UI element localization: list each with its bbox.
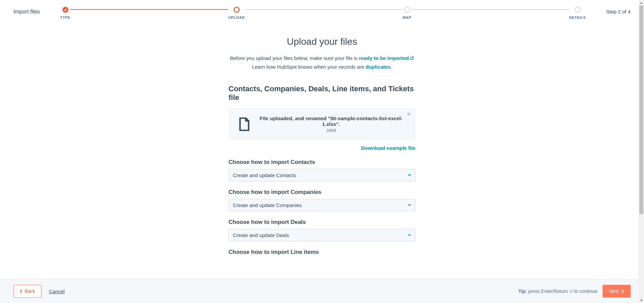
uploaded-file-card: File uploaded, and renamed "50-sample-co… <box>228 108 416 140</box>
file-status-text: File uploaded, and renamed "50-sample-co… <box>257 115 405 127</box>
section-heading: Contacts, Companies, Deals, Line items, … <box>228 85 416 102</box>
deals-select-value: Create and update Deals <box>233 232 289 238</box>
deals-import-label: Choose how to import Deals <box>228 219 416 226</box>
remove-file-button[interactable]: ✕ <box>407 111 411 117</box>
contacts-select-value: Create and update Contacts <box>233 172 296 178</box>
check-icon <box>64 8 67 11</box>
step-upload-label: UPLOAD <box>228 15 245 20</box>
step-map-circle <box>404 7 410 13</box>
scroll-up-arrow[interactable] <box>640 1 643 4</box>
progress-line-2 <box>245 9 403 10</box>
chevron-left-icon <box>20 289 23 293</box>
tip-label: Tip: <box>518 289 527 294</box>
companies-select-value: Create and update Companies <box>233 202 302 208</box>
contacts-import-select[interactable]: Create and update Contacts <box>228 169 416 181</box>
companies-import-label: Choose how to import Companies <box>228 189 416 196</box>
chevron-down-icon <box>408 204 411 206</box>
deals-import-select[interactable]: Create and update Deals <box>228 229 416 241</box>
page-breadcrumb: Import files <box>13 9 40 15</box>
chevron-down-icon <box>408 174 411 176</box>
footer-tip: Tip: press Enter/Return ⏎ to continue <box>518 289 597 294</box>
ready-to-import-link[interactable]: ready to be imported <box>359 55 414 61</box>
cancel-button[interactable]: Cancel <box>49 289 65 294</box>
step-details-circle <box>575 7 581 13</box>
external-link-icon <box>410 56 414 60</box>
step-type-label: TYPE <box>60 15 70 20</box>
step-details-label: DETAILS <box>569 15 586 20</box>
chevron-right-icon <box>621 289 624 293</box>
intro-line2: Learn how HubSpot knows when your record… <box>252 64 366 70</box>
chevron-down-icon <box>408 234 411 236</box>
back-button-label: Back <box>25 289 35 294</box>
companies-import-select[interactable]: Create and update Companies <box>228 199 416 211</box>
next-button[interactable]: Next <box>603 285 631 296</box>
step-upload-circle <box>234 7 240 13</box>
intro-before: Before you upload your files below, make… <box>230 55 359 61</box>
progress-line-3 <box>411 9 569 10</box>
scrollbar[interactable] <box>639 0 644 296</box>
progress-stepper: TYPE UPLOAD MAP DETAILS <box>60 7 586 20</box>
lineitems-import-label: Choose how to import Line items <box>228 249 416 256</box>
page-heading: Upload your files <box>228 36 416 47</box>
intro-text: Before you upload your files below, make… <box>228 54 416 71</box>
download-example-link[interactable]: Download example file <box>228 145 416 151</box>
return-icon: ⏎ <box>569 289 573 294</box>
step-type-circle <box>62 7 68 13</box>
next-button-label: Next <box>609 289 619 294</box>
step-counter: Step 2 of 4 <box>606 9 631 14</box>
scrollbar-thumb[interactable] <box>639 5 643 214</box>
file-icon <box>239 117 250 131</box>
back-button[interactable]: Back <box>13 285 41 296</box>
file-size: 16KB <box>257 128 405 133</box>
step-map-label: MAP <box>403 15 411 20</box>
close-icon: ✕ <box>407 111 411 117</box>
progress-line-1 <box>70 9 228 10</box>
duplicates-link[interactable]: duplicates <box>366 64 391 70</box>
footer-bar: Back Cancel Tip: press Enter/Return ⏎ to… <box>0 279 644 296</box>
contacts-import-label: Choose how to import Contacts <box>228 159 416 166</box>
